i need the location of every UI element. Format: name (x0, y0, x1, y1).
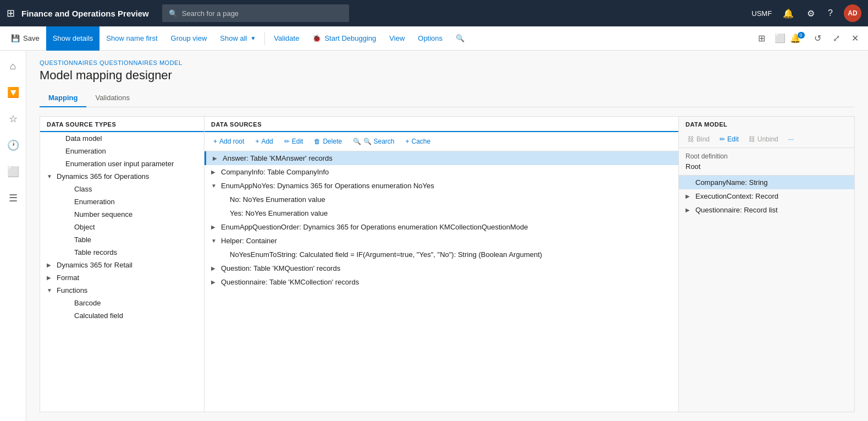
edit-dm-button[interactable]: ✏ Edit (715, 133, 743, 145)
main-content: ⌂ 🔽 ☆ 🕐 ⬜ ☰ QUESTIONNAIRES QUESTIONNAIRE… (0, 51, 868, 421)
list-item[interactable]: Table records (40, 246, 204, 259)
add-root-icon: + (213, 138, 217, 145)
list-item[interactable]: ▶ Answer: Table 'KMAnswer' records (204, 151, 678, 165)
data-source-types-panel: DATA SOURCE TYPES Data model Enumeration… (40, 116, 204, 412)
tab-mapping[interactable]: Mapping (40, 89, 86, 107)
edit-dm-icon: ✏ (720, 135, 725, 143)
help-icon[interactable]: ? (826, 6, 835, 20)
list-item[interactable]: ▶ Questionnaire: Record list (679, 203, 854, 217)
list-item[interactable]: ▶ Dynamics 365 for Retail (40, 259, 204, 271)
list-item[interactable]: Calculated field (40, 309, 204, 322)
expand-icon: ▶ (211, 169, 218, 175)
list-item[interactable]: ▶ Question: Table 'KMQuestion' records (204, 261, 678, 275)
expand-icon: ▶ (211, 224, 218, 230)
dm-toolbar: ⛓ Bind ✏ Edit ⛓ Unbind ··· (679, 131, 854, 148)
nav-recent-icon[interactable]: 🕐 (2, 134, 24, 156)
list-item[interactable]: ▼ Helper: Container (204, 234, 678, 248)
search-ds-icon: 🔍 (353, 138, 361, 145)
list-item[interactable]: Number sequence (40, 208, 204, 221)
list-item[interactable]: ▼ Dynamics 365 for Operations (40, 170, 204, 183)
expand-icon: ▶ (211, 265, 218, 271)
unbind-button[interactable]: ⛓ Unbind (744, 133, 783, 145)
expand-icon: ▶ (211, 279, 218, 285)
nav-star-icon[interactable]: ☆ (2, 108, 24, 130)
list-item[interactable]: ▶ ExecutionContext: Record (679, 189, 854, 203)
delete-button[interactable]: 🗑 Delete (309, 135, 346, 147)
list-item[interactable]: NoYesEnumToString: Calculated field = IF… (204, 248, 678, 261)
more-dm-button[interactable]: ··· (784, 133, 798, 145)
ds-panel-toolbar: + Add root + Add ✏ Edit 🗑 Delete (204, 132, 678, 151)
page-title: Model mapping designer (40, 68, 855, 83)
unbind-icon: ⛓ (749, 135, 755, 143)
list-item[interactable]: Yes: NoYes Enumeration value (204, 206, 678, 220)
top-nav: ⊞ Finance and Operations Preview 🔍 USMF … (0, 0, 868, 26)
expand-icon: ▶ (47, 262, 53, 268)
expand-icon: ▶ (213, 155, 219, 161)
list-item[interactable]: Enumeration user input parameter (40, 157, 204, 170)
add-button[interactable]: + Add (251, 135, 277, 147)
delete-icon: 🗑 (314, 138, 320, 145)
list-item[interactable]: ▶ Questionnaire: Table 'KMCollection' re… (204, 275, 678, 289)
toolbar-icon-group: ⊞ ⬜ 🔔0 ↺ ⤢ ✕ (753, 30, 864, 47)
notification-icon[interactable]: 🔔 (781, 6, 796, 21)
start-debugging-button[interactable]: 🐞 Start Debugging (306, 26, 383, 51)
notification-badge-icon[interactable]: 🔔0 (790, 30, 808, 47)
data-model-panel: DATA MODEL ⛓ Bind ✏ Edit ⛓ Unbind ··· (679, 116, 855, 412)
search-button[interactable]: 🔍 🔍 Search (349, 135, 399, 147)
save-button[interactable]: 💾 Save (4, 26, 46, 51)
refresh-icon[interactable]: ↺ (809, 30, 826, 47)
data-source-types-header: DATA SOURCE TYPES (40, 117, 204, 132)
app-grid-icon[interactable]: ⊞ (7, 7, 15, 19)
show-all-button[interactable]: Show all ▼ (213, 26, 262, 51)
list-item[interactable]: ▶ Format (40, 271, 204, 284)
close-icon[interactable]: ✕ (846, 30, 864, 47)
group-view-button[interactable]: Group view (164, 26, 214, 51)
page-content: QUESTIONNAIRES QUESTIONNAIRES MODEL Mode… (26, 51, 868, 421)
edit-ds-button[interactable]: ✏ Edit (280, 135, 308, 147)
show-all-chevron-icon: ▼ (250, 35, 256, 41)
bind-button[interactable]: ⛓ Bind (683, 133, 714, 145)
list-item[interactable]: ▼ EnumAppNoYes: Dynamics 365 for Operati… (204, 179, 678, 193)
list-item[interactable]: Barcode (40, 297, 204, 309)
expand-icon: ▼ (211, 238, 218, 244)
list-item[interactable]: Table (40, 233, 204, 246)
expand-icon[interactable]: ⤢ (827, 30, 845, 47)
options-button[interactable]: Options (411, 26, 449, 51)
list-item[interactable]: ▶ EnumAppQuestionOrder: Dynamics 365 for… (204, 220, 678, 234)
global-search-bar[interactable]: 🔍 (162, 4, 349, 22)
list-item[interactable]: Class (40, 183, 204, 195)
split-view-icon[interactable]: ⬜ (771, 30, 789, 47)
toolbar-search-button[interactable]: 🔍 (449, 26, 471, 51)
page-tabs: Mapping Validations (40, 89, 855, 107)
data-sources-header: DATA SOURCES (204, 117, 678, 132)
validate-button[interactable]: Validate (267, 26, 306, 51)
list-item[interactable]: No: NoYes Enumeration value (204, 193, 678, 206)
grid-icon[interactable]: ⊞ (753, 30, 770, 47)
expand-icon: ▼ (47, 287, 53, 293)
nav-home-icon[interactable]: ⌂ (2, 55, 24, 77)
cache-button[interactable]: + Cache (401, 135, 435, 147)
list-item[interactable]: CompanyName: String (679, 176, 854, 189)
tab-validations[interactable]: Validations (86, 89, 139, 107)
list-item[interactable]: Object (40, 221, 204, 233)
expand-icon: ▶ (685, 207, 692, 213)
settings-icon[interactable]: ⚙ (805, 6, 817, 21)
data-sources-panel: DATA SOURCES + Add root + Add ✏ Edit (204, 116, 679, 412)
add-root-button[interactable]: + Add root (209, 135, 248, 147)
list-item[interactable]: ▼ Functions (40, 284, 204, 297)
list-item[interactable]: ▶ CompanyInfo: Table CompanyInfo (204, 165, 678, 179)
list-item[interactable]: Data model (40, 132, 204, 145)
list-item[interactable]: Enumeration (40, 195, 204, 208)
view-button[interactable]: View (383, 26, 411, 51)
expand-icon: ▼ (211, 183, 218, 189)
list-item[interactable]: Enumeration (40, 145, 204, 157)
avatar[interactable]: AD (844, 4, 861, 22)
show-name-first-button[interactable]: Show name first (99, 26, 164, 51)
global-search-input[interactable] (182, 9, 342, 18)
nav-filter-icon[interactable]: 🔽 (2, 81, 24, 103)
nav-list-icon[interactable]: ☰ (2, 187, 24, 209)
nav-table-icon[interactable]: ⬜ (2, 161, 24, 183)
show-details-button[interactable]: Show details (46, 26, 100, 51)
add-icon: + (255, 138, 259, 145)
data-model-header: DATA MODEL (679, 117, 854, 131)
